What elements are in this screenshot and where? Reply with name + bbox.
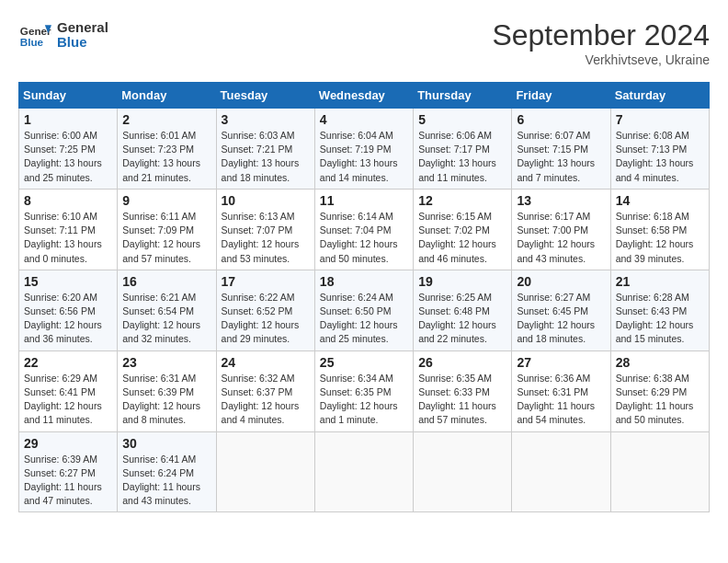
- day-detail: Sunrise: 6:08 AMSunset: 7:13 PMDaylight:…: [616, 129, 704, 185]
- svg-text:Blue: Blue: [20, 36, 44, 48]
- calendar-day-cell: 5 Sunrise: 6:06 AMSunset: 7:17 PMDayligh…: [414, 109, 512, 190]
- logo: General Blue General Blue: [18, 18, 108, 52]
- day-detail: Sunrise: 6:03 AMSunset: 7:21 PMDaylight:…: [222, 129, 310, 185]
- day-detail: Sunrise: 6:20 AMSunset: 6:56 PMDaylight:…: [24, 291, 112, 347]
- calendar-day-cell: 25 Sunrise: 6:34 AMSunset: 6:35 PMDaylig…: [314, 350, 413, 431]
- calendar-day-cell: 7 Sunrise: 6:08 AMSunset: 7:13 PMDayligh…: [610, 109, 709, 190]
- calendar-day-cell: [414, 431, 512, 512]
- calendar-day-cell: 20 Sunrise: 6:27 AMSunset: 6:45 PMDaylig…: [512, 270, 610, 350]
- day-detail: Sunrise: 6:25 AMSunset: 6:48 PMDaylight:…: [418, 291, 506, 347]
- calendar-day-cell: 2 Sunrise: 6:01 AMSunset: 7:23 PMDayligh…: [118, 109, 216, 190]
- day-number: 2: [122, 112, 210, 127]
- weekday-header-saturday: Saturday: [610, 83, 709, 109]
- day-number: 8: [24, 193, 112, 208]
- calendar-day-cell: 29 Sunrise: 6:39 AMSunset: 6:27 PMDaylig…: [19, 431, 118, 512]
- calendar-week-row: 1 Sunrise: 6:00 AMSunset: 7:25 PMDayligh…: [19, 109, 710, 190]
- day-number: 13: [517, 193, 605, 208]
- day-number: 27: [517, 355, 605, 370]
- day-number: 26: [418, 355, 506, 370]
- day-detail: Sunrise: 6:34 AMSunset: 6:35 PMDaylight:…: [320, 372, 408, 428]
- title-block: September 2024 Verkhivtseve, Ukraine: [492, 18, 710, 67]
- calendar-day-cell: [610, 431, 709, 512]
- calendar-day-cell: 27 Sunrise: 6:36 AMSunset: 6:31 PMDaylig…: [512, 350, 610, 431]
- day-detail: Sunrise: 6:21 AMSunset: 6:54 PMDaylight:…: [122, 291, 210, 347]
- weekday-header-monday: Monday: [118, 83, 216, 109]
- calendar-day-cell: 18 Sunrise: 6:24 AMSunset: 6:50 PMDaylig…: [314, 270, 413, 350]
- calendar-day-cell: [216, 431, 314, 512]
- day-detail: Sunrise: 6:22 AMSunset: 6:52 PMDaylight:…: [222, 291, 310, 347]
- calendar-day-cell: 1 Sunrise: 6:00 AMSunset: 7:25 PMDayligh…: [19, 109, 118, 190]
- calendar-day-cell: 28 Sunrise: 6:38 AMSunset: 6:29 PMDaylig…: [610, 350, 709, 431]
- calendar-day-cell: 21 Sunrise: 6:28 AMSunset: 6:43 PMDaylig…: [610, 270, 709, 350]
- calendar-day-cell: 30 Sunrise: 6:41 AMSunset: 6:24 PMDaylig…: [118, 431, 216, 512]
- calendar-day-cell: 15 Sunrise: 6:20 AMSunset: 6:56 PMDaylig…: [19, 270, 118, 350]
- calendar-day-cell: 3 Sunrise: 6:03 AMSunset: 7:21 PMDayligh…: [216, 109, 314, 190]
- calendar-day-cell: 22 Sunrise: 6:29 AMSunset: 6:41 PMDaylig…: [19, 350, 118, 431]
- calendar-body: 1 Sunrise: 6:00 AMSunset: 7:25 PMDayligh…: [19, 109, 710, 512]
- calendar-day-cell: 13 Sunrise: 6:17 AMSunset: 7:00 PMDaylig…: [512, 189, 610, 270]
- weekday-header-friday: Friday: [512, 83, 610, 109]
- calendar-day-cell: 4 Sunrise: 6:04 AMSunset: 7:19 PMDayligh…: [314, 109, 413, 190]
- day-number: 10: [222, 193, 310, 208]
- day-number: 21: [616, 274, 704, 289]
- day-detail: Sunrise: 6:17 AMSunset: 7:00 PMDaylight:…: [517, 210, 605, 266]
- day-detail: Sunrise: 6:35 AMSunset: 6:33 PMDaylight:…: [418, 372, 506, 428]
- day-detail: Sunrise: 6:39 AMSunset: 6:27 PMDaylight:…: [24, 453, 112, 509]
- page-header: General Blue General Blue September 2024…: [18, 18, 710, 67]
- day-detail: Sunrise: 6:15 AMSunset: 7:02 PMDaylight:…: [418, 210, 506, 266]
- day-detail: Sunrise: 6:06 AMSunset: 7:17 PMDaylight:…: [418, 129, 506, 185]
- day-number: 12: [418, 193, 506, 208]
- calendar-week-row: 29 Sunrise: 6:39 AMSunset: 6:27 PMDaylig…: [19, 431, 710, 512]
- calendar-day-cell: 8 Sunrise: 6:10 AMSunset: 7:11 PMDayligh…: [19, 189, 118, 270]
- day-number: 14: [616, 193, 704, 208]
- day-number: 11: [320, 193, 408, 208]
- logo-line2: Blue: [57, 35, 108, 51]
- weekday-header-tuesday: Tuesday: [216, 83, 314, 109]
- day-detail: Sunrise: 6:41 AMSunset: 6:24 PMDaylight:…: [122, 453, 210, 509]
- day-detail: Sunrise: 6:11 AMSunset: 7:09 PMDaylight:…: [122, 210, 210, 266]
- day-detail: Sunrise: 6:27 AMSunset: 6:45 PMDaylight:…: [517, 291, 605, 347]
- day-number: 22: [24, 355, 112, 370]
- day-detail: Sunrise: 6:07 AMSunset: 7:15 PMDaylight:…: [517, 129, 605, 185]
- day-detail: Sunrise: 6:36 AMSunset: 6:31 PMDaylight:…: [517, 372, 605, 428]
- day-detail: Sunrise: 6:10 AMSunset: 7:11 PMDaylight:…: [24, 210, 112, 266]
- day-detail: Sunrise: 6:32 AMSunset: 6:37 PMDaylight:…: [222, 372, 310, 428]
- day-number: 1: [24, 112, 112, 127]
- day-number: 5: [418, 112, 506, 127]
- day-number: 19: [418, 274, 506, 289]
- calendar-day-cell: 17 Sunrise: 6:22 AMSunset: 6:52 PMDaylig…: [216, 270, 314, 350]
- day-number: 23: [122, 355, 210, 370]
- day-detail: Sunrise: 6:00 AMSunset: 7:25 PMDaylight:…: [24, 129, 112, 185]
- calendar-day-cell: 24 Sunrise: 6:32 AMSunset: 6:37 PMDaylig…: [216, 350, 314, 431]
- day-detail: Sunrise: 6:24 AMSunset: 6:50 PMDaylight:…: [320, 291, 408, 347]
- calendar-day-cell: 9 Sunrise: 6:11 AMSunset: 7:09 PMDayligh…: [118, 189, 216, 270]
- weekday-header-row: SundayMondayTuesdayWednesdayThursdayFrid…: [19, 83, 710, 109]
- calendar-day-cell: 6 Sunrise: 6:07 AMSunset: 7:15 PMDayligh…: [512, 109, 610, 190]
- day-number: 9: [122, 193, 210, 208]
- day-number: 3: [222, 112, 310, 127]
- day-detail: Sunrise: 6:18 AMSunset: 6:58 PMDaylight:…: [616, 210, 704, 266]
- day-number: 7: [616, 112, 704, 127]
- month-title: September 2024: [492, 18, 710, 52]
- day-number: 17: [222, 274, 310, 289]
- calendar-day-cell: 19 Sunrise: 6:25 AMSunset: 6:48 PMDaylig…: [414, 270, 512, 350]
- calendar-week-row: 8 Sunrise: 6:10 AMSunset: 7:11 PMDayligh…: [19, 189, 710, 270]
- day-detail: Sunrise: 6:28 AMSunset: 6:43 PMDaylight:…: [616, 291, 704, 347]
- calendar-day-cell: 10 Sunrise: 6:13 AMSunset: 7:07 PMDaylig…: [216, 189, 314, 270]
- day-number: 24: [222, 355, 310, 370]
- day-number: 25: [320, 355, 408, 370]
- day-detail: Sunrise: 6:29 AMSunset: 6:41 PMDaylight:…: [24, 372, 112, 428]
- calendar-week-row: 15 Sunrise: 6:20 AMSunset: 6:56 PMDaylig…: [19, 270, 710, 350]
- day-detail: Sunrise: 6:38 AMSunset: 6:29 PMDaylight:…: [616, 372, 704, 428]
- weekday-header-sunday: Sunday: [19, 83, 118, 109]
- day-detail: Sunrise: 6:14 AMSunset: 7:04 PMDaylight:…: [320, 210, 408, 266]
- day-number: 28: [616, 355, 704, 370]
- calendar-table: SundayMondayTuesdayWednesdayThursdayFrid…: [18, 82, 710, 512]
- day-number: 29: [24, 436, 112, 451]
- day-number: 20: [517, 274, 605, 289]
- calendar-day-cell: 26 Sunrise: 6:35 AMSunset: 6:33 PMDaylig…: [414, 350, 512, 431]
- day-number: 30: [122, 436, 210, 451]
- logo-icon: General Blue: [18, 18, 51, 52]
- calendar-day-cell: 23 Sunrise: 6:31 AMSunset: 6:39 PMDaylig…: [118, 350, 216, 431]
- day-number: 4: [320, 112, 408, 127]
